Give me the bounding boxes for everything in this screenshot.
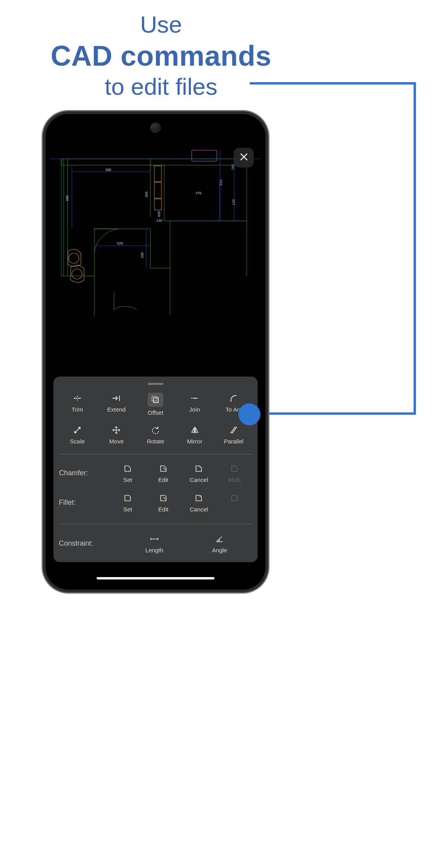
dim-405: 405	[145, 191, 148, 197]
phone-frame: 388 395 405 476 314 181 133 528 200 605 …	[46, 114, 266, 590]
svg-point-42	[232, 432, 233, 434]
chamfer-cancel-icon	[193, 463, 204, 474]
tool-trim[interactable]: Trim	[59, 392, 96, 417]
move-icon	[111, 425, 122, 436]
phone-screen: 388 395 405 476 314 181 133 528 200 605 …	[50, 119, 261, 585]
chamfer-row: Chamfer: Set Edit Cancel Multi	[59, 462, 252, 484]
cad-tools-panel: Trim Extend Offset Join To Arc	[53, 377, 258, 562]
join-label: Join	[189, 406, 200, 413]
mirror-icon	[189, 425, 200, 436]
tool-move[interactable]: Move	[98, 424, 135, 445]
svg-rect-19	[192, 150, 217, 161]
chamfer-cancel-label: Cancel	[190, 476, 208, 483]
extend-label: Extend	[107, 406, 126, 413]
rotate-label: Rotate	[147, 438, 164, 445]
callout-dot	[238, 403, 260, 425]
panel-divider-2	[59, 524, 252, 524]
fillet-edit[interactable]: Edit	[146, 492, 181, 513]
svg-point-43	[236, 427, 237, 428]
home-indicator[interactable]	[97, 577, 214, 579]
dim-133: 133	[232, 199, 236, 205]
fillet-edit-label: Edit	[158, 506, 168, 513]
chamfer-edit-label: Edit	[158, 476, 168, 483]
chamfer-multi-label: Multi	[228, 476, 241, 483]
fillet-cancel-icon	[193, 493, 204, 504]
constraint-length[interactable]: Length	[122, 533, 187, 554]
cad-drawing-canvas[interactable]: 388 395 405 476 314 181 133 528 200 605 …	[50, 134, 261, 343]
svg-point-23	[69, 253, 79, 263]
chamfer-set[interactable]: Set	[110, 462, 146, 484]
tool-scale[interactable]: Scale	[59, 424, 96, 445]
extend-icon	[111, 393, 122, 404]
chamfer-multi: Multi	[217, 462, 253, 484]
chamfer-set-icon	[122, 463, 133, 474]
trim-label: Trim	[71, 406, 83, 413]
offset-icon	[148, 393, 163, 407]
fillet-set[interactable]: Set	[110, 492, 146, 513]
mirror-label: Mirror	[187, 438, 202, 445]
rotate-icon	[150, 425, 161, 436]
trim-icon	[72, 393, 83, 404]
constraint-angle[interactable]: Angle	[187, 533, 252, 554]
chamfer-label: Chamfer:	[59, 469, 110, 477]
svg-point-39	[231, 401, 232, 402]
svg-rect-37	[152, 396, 157, 401]
length-label: Length	[145, 547, 163, 554]
svg-point-40	[231, 432, 232, 434]
tools-grid: Trim Extend Offset Join To Arc	[59, 392, 252, 445]
scale-label: Scale	[70, 438, 85, 445]
dim-314: 314	[219, 180, 223, 186]
angle-label: Angle	[212, 547, 227, 554]
dim-528: 528	[117, 241, 123, 245]
fillet-multi-icon	[229, 493, 240, 504]
fillet-set-label: Set	[123, 506, 132, 513]
dim-476: 476	[196, 191, 201, 195]
fillet-edit-icon	[158, 493, 169, 504]
close-icon	[239, 152, 249, 164]
phone-camera	[150, 123, 161, 133]
svg-rect-21	[154, 182, 161, 198]
close-button[interactable]	[234, 148, 254, 167]
headline-line1: Use	[0, 11, 322, 38]
dim-395: 395	[65, 195, 69, 201]
tool-rotate[interactable]: Rotate	[137, 424, 174, 445]
tool-extend[interactable]: Extend	[98, 392, 135, 417]
offset-label: Offset	[148, 409, 163, 416]
angle-icon	[214, 533, 225, 544]
dim-130: 130	[156, 219, 162, 223]
svg-rect-36	[154, 398, 158, 403]
chamfer-edit-icon	[158, 463, 169, 474]
panel-divider-1	[59, 454, 252, 454]
headline-line2: CAD commands	[0, 40, 322, 72]
tool-parallel[interactable]: Parallel	[215, 424, 252, 445]
svg-point-24	[72, 269, 82, 279]
chamfer-edit[interactable]: Edit	[146, 462, 181, 484]
svg-point-38	[194, 397, 196, 399]
svg-point-41	[234, 427, 236, 428]
fillet-set-icon	[122, 493, 133, 504]
constraint-row: Constraint: Length Angle	[59, 533, 252, 554]
chamfer-set-label: Set	[123, 476, 132, 483]
chamfer-cancel[interactable]: Cancel	[181, 462, 217, 484]
fillet-cancel-label: Cancel	[190, 506, 208, 513]
move-label: Move	[109, 438, 124, 445]
dim-605: 605	[157, 211, 161, 217]
tool-mirror[interactable]: Mirror	[176, 424, 213, 445]
dim-388: 388	[105, 168, 111, 172]
fillet-multi	[217, 492, 253, 513]
parallel-icon	[228, 425, 239, 436]
panel-drag-handle[interactable]	[148, 383, 163, 385]
scale-icon	[72, 425, 83, 436]
toarc-icon	[228, 393, 239, 404]
svg-rect-20	[154, 166, 161, 182]
fillet-cancel[interactable]: Cancel	[181, 492, 217, 513]
fillet-row: Fillet: Set Edit Cancel	[59, 492, 252, 513]
callout-line	[250, 83, 423, 417]
parallel-label: Parallel	[224, 438, 244, 445]
fillet-label: Fillet:	[59, 498, 110, 507]
dim-200: 200	[140, 252, 144, 258]
tool-join[interactable]: Join	[176, 392, 213, 417]
chamfer-multi-icon	[229, 463, 240, 474]
tool-offset[interactable]: Offset	[137, 392, 174, 417]
join-icon	[189, 393, 200, 404]
